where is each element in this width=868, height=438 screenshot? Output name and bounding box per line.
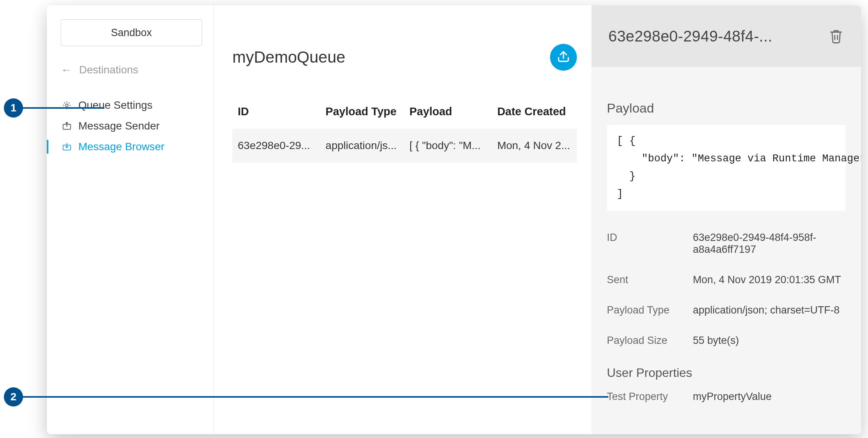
- delete-button[interactable]: [828, 28, 844, 44]
- messages-table: ID Payload Type Payload Date Created 63e…: [232, 105, 577, 163]
- user-properties-label: User Properties: [607, 366, 846, 380]
- breadcrumb-back[interactable]: ← Destinations: [61, 64, 202, 76]
- col-header-id[interactable]: ID: [232, 105, 320, 129]
- callout-badge-2: 2: [4, 387, 23, 406]
- field-value: application/json; charset=UTF-8: [693, 304, 846, 316]
- arrow-left-icon: ←: [61, 64, 72, 76]
- details-header: 63e298e0-2949-48f4-...: [591, 5, 861, 67]
- svg-point-0: [66, 104, 68, 107]
- field-key: Payload Size: [607, 335, 684, 347]
- detail-field-payload-type: Payload Type application/json; charset=U…: [607, 295, 846, 325]
- field-key: Sent: [607, 274, 684, 286]
- details-body: Payload [ { "body": "Message via Runtime…: [591, 67, 861, 423]
- upload-icon: [556, 49, 571, 65]
- breadcrumb-label: Destinations: [79, 64, 138, 76]
- table-header-row: ID Payload Type Payload Date Created: [232, 105, 577, 129]
- payload-content[interactable]: [ { "body": "Message via Runtime Manager…: [607, 125, 846, 211]
- outbox-icon: [61, 121, 72, 131]
- cell-payload-type: application/js...: [320, 129, 404, 163]
- details-panel: 63e298e0-2949-48f4-... Payload [ { "body…: [591, 5, 861, 434]
- callout-badge-1: 1: [4, 98, 23, 118]
- user-property-row: Test Property myPropertyValue: [607, 382, 846, 412]
- cell-payload: [ { "body": "M...: [404, 129, 492, 163]
- trash-icon: [828, 39, 844, 45]
- detail-field-payload-size: Payload Size 55 byte(s): [607, 325, 846, 356]
- app-window: Sandbox ← Destinations Queue Settings: [47, 5, 861, 434]
- queue-title: myDemoQueue: [232, 48, 345, 66]
- queue-header: myDemoQueue: [232, 44, 577, 71]
- main-content: myDemoQueue ID Payload Type Payload: [214, 5, 591, 434]
- inbox-icon: [61, 141, 72, 152]
- table-row[interactable]: 63e298e0-29... application/js... [ { "bo…: [232, 129, 577, 163]
- callout-line-2: [22, 396, 608, 398]
- field-value: myPropertyValue: [693, 391, 846, 403]
- payload-section-label: Payload: [607, 101, 846, 116]
- field-value: Mon, 4 Nov 2019 20:01:35 GMT: [693, 274, 846, 286]
- col-header-payload[interactable]: Payload: [404, 105, 492, 129]
- callout-number: 1: [10, 102, 17, 114]
- field-key: Payload Type: [607, 304, 684, 316]
- details-title: 63e298e0-2949-48f4-...: [608, 28, 772, 45]
- sidebar-item-message-sender[interactable]: Message Sender: [61, 120, 202, 132]
- sidebar-item-label: Queue Settings: [78, 99, 152, 111]
- sidebar: Sandbox ← Destinations Queue Settings: [47, 5, 214, 434]
- callout-number: 2: [10, 391, 17, 403]
- field-value: 63e298e0-2949-48f4-958f-a8a4a6ff7197: [693, 232, 846, 255]
- detail-field-id: ID 63e298e0-2949-48f4-958f-a8a4a6ff7197: [607, 222, 846, 265]
- sidebar-item-label: Message Browser: [78, 141, 164, 153]
- field-key: Test Property: [607, 391, 684, 403]
- callout-line-1: [22, 107, 104, 109]
- environment-select[interactable]: Sandbox: [61, 19, 202, 46]
- field-value: 55 byte(s): [693, 335, 846, 347]
- cell-date-created: Mon, 4 Nov 2...: [492, 129, 577, 163]
- detail-field-sent: Sent Mon, 4 Nov 2019 20:01:35 GMT: [607, 265, 846, 295]
- gear-icon: [61, 100, 72, 111]
- environment-select-label: Sandbox: [111, 27, 152, 39]
- col-header-payload-type[interactable]: Payload Type: [320, 105, 404, 129]
- cell-id: 63e298e0-29...: [232, 129, 320, 163]
- sidebar-item-message-browser[interactable]: Message Browser: [61, 141, 202, 153]
- field-key: ID: [607, 232, 684, 255]
- sidebar-item-queue-settings[interactable]: Queue Settings: [61, 99, 202, 111]
- send-message-button[interactable]: [550, 44, 577, 71]
- sidebar-item-label: Message Sender: [78, 120, 160, 132]
- col-header-date-created[interactable]: Date Created: [492, 105, 577, 129]
